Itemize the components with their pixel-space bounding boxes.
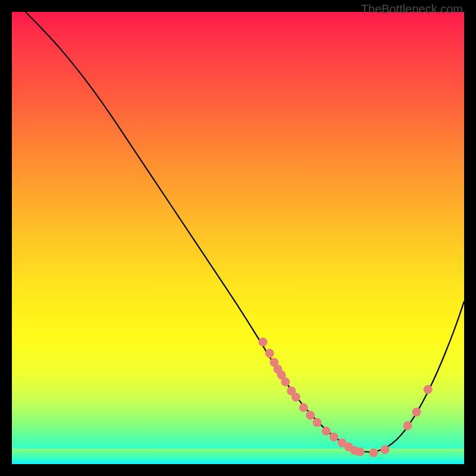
chart-svg — [12, 12, 464, 464]
data-point — [369, 449, 378, 458]
data-point — [330, 433, 339, 441]
data-point — [313, 418, 322, 427]
data-point — [281, 377, 290, 386]
data-point — [424, 385, 433, 394]
data-point — [265, 349, 274, 358]
data-point — [381, 445, 390, 454]
plot-area — [12, 12, 464, 464]
bottleneck-curve — [26, 12, 464, 452]
data-markers — [258, 337, 432, 457]
data-point — [322, 427, 331, 436]
data-point — [412, 408, 421, 416]
data-point — [299, 403, 308, 412]
data-point — [258, 337, 267, 346]
data-point — [356, 447, 365, 456]
watermark-text: TheBottleneck.com — [361, 2, 463, 16]
data-point — [403, 421, 412, 430]
data-point — [306, 411, 315, 419]
data-point — [292, 393, 300, 402]
